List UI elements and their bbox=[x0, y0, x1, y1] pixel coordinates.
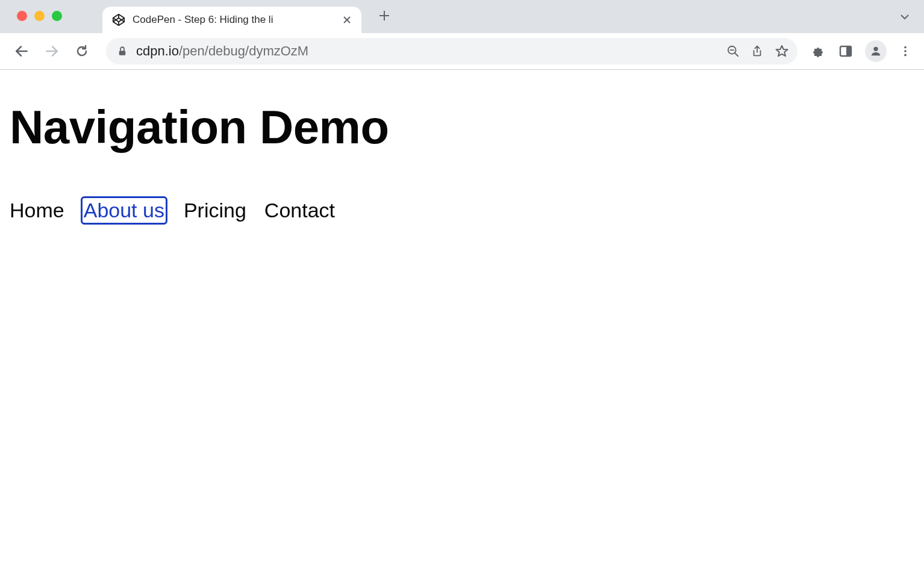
nav-link-home[interactable]: Home bbox=[10, 198, 64, 223]
plus-icon bbox=[378, 10, 390, 22]
svg-line-11 bbox=[735, 53, 738, 57]
omnibox-actions bbox=[726, 44, 789, 58]
toolbar-right bbox=[812, 40, 912, 62]
url-path: /pen/debug/dymzOzM bbox=[179, 43, 308, 58]
lock-icon bbox=[117, 46, 128, 57]
side-panel-button[interactable] bbox=[838, 44, 853, 58]
chrome-menu-button[interactable] bbox=[899, 45, 912, 58]
primary-nav: Home About us Pricing Contact bbox=[10, 198, 914, 223]
new-tab-button[interactable] bbox=[372, 4, 396, 28]
profile-button[interactable] bbox=[865, 40, 887, 62]
reload-button[interactable] bbox=[72, 42, 92, 61]
svg-rect-15 bbox=[846, 46, 851, 56]
svg-point-16 bbox=[873, 47, 878, 51]
window-minimize-button[interactable] bbox=[34, 11, 45, 21]
svg-point-19 bbox=[904, 54, 907, 57]
person-icon bbox=[869, 45, 882, 58]
svg-marker-13 bbox=[776, 46, 788, 56]
kebab-menu-icon bbox=[899, 45, 912, 58]
window-maximize-button[interactable] bbox=[52, 11, 62, 21]
puzzle-icon bbox=[812, 44, 826, 58]
nav-link-contact[interactable]: Contact bbox=[264, 198, 335, 223]
share-button[interactable] bbox=[751, 45, 764, 58]
svg-rect-9 bbox=[119, 51, 126, 55]
chevron-down-icon bbox=[899, 11, 911, 23]
tab-close-button[interactable] bbox=[341, 14, 353, 26]
bookmark-button[interactable] bbox=[775, 44, 789, 58]
browser-toolbar: cdpn.io/pen/debug/dymzOzM bbox=[0, 33, 924, 69]
nav-link-pricing[interactable]: Pricing bbox=[184, 198, 246, 223]
page-title: Navigation Demo bbox=[10, 100, 914, 155]
back-button[interactable] bbox=[12, 42, 31, 61]
arrow-left-icon bbox=[14, 43, 30, 59]
svg-point-18 bbox=[904, 50, 907, 52]
codepen-icon bbox=[112, 13, 125, 26]
forward-button[interactable] bbox=[42, 42, 61, 61]
svg-point-17 bbox=[904, 46, 907, 49]
share-icon bbox=[751, 45, 764, 58]
extensions-button[interactable] bbox=[812, 44, 826, 58]
browser-chrome: CodePen - Step 6: Hiding the li cd bbox=[0, 0, 924, 70]
tabs-dropdown-button[interactable] bbox=[899, 11, 911, 23]
url-domain: cdpn.io bbox=[136, 43, 179, 58]
zoom-out-button[interactable] bbox=[726, 45, 740, 58]
window-close-button[interactable] bbox=[17, 11, 27, 21]
star-icon bbox=[775, 44, 789, 58]
page-content: Navigation Demo Home About us Pricing Co… bbox=[0, 70, 924, 223]
zoom-out-icon bbox=[726, 45, 740, 58]
tab-title: CodePen - Step 6: Hiding the li bbox=[133, 14, 334, 26]
address-bar[interactable]: cdpn.io/pen/debug/dymzOzM bbox=[106, 38, 798, 64]
side-panel-icon bbox=[838, 44, 853, 58]
nav-link-about-us[interactable]: About us bbox=[83, 198, 166, 223]
arrow-right-icon bbox=[44, 43, 60, 59]
window-controls bbox=[17, 11, 62, 21]
browser-tab[interactable]: CodePen - Step 6: Hiding the li bbox=[102, 7, 361, 33]
tab-strip: CodePen - Step 6: Hiding the li bbox=[0, 0, 924, 33]
close-icon bbox=[342, 15, 352, 25]
url-text: cdpn.io/pen/debug/dymzOzM bbox=[136, 43, 718, 59]
reload-icon bbox=[75, 44, 89, 58]
